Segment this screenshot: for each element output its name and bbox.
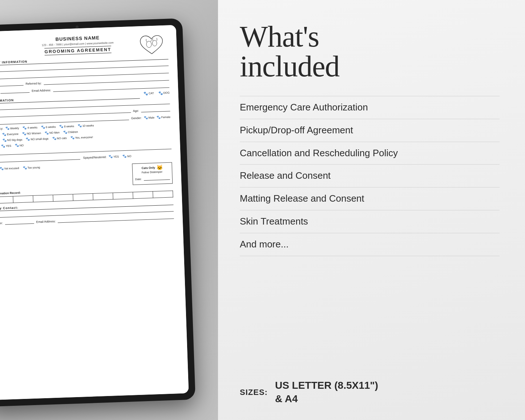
vax-cell [133,191,153,199]
friendly-no-small-dogs: 🐾 NO small dogs [26,137,48,141]
svg-point-0 [146,41,152,48]
cat-label: CAT [149,92,154,95]
freq-10weeks: 🐾 10 weeks [78,124,94,128]
date-line [144,175,170,181]
line-state [0,81,24,87]
label-spayed: Spayed/Neutered: [83,156,107,159]
tablet-frame: BUSINESS NAME 123 - 456 - 7890 | your@em… [0,18,195,407]
cat-option: 🐾 CAT [144,91,154,96]
document-content: BUSINESS NAME 123 - 456 - 7890 | your@em… [0,25,189,400]
label-friendly2: riendly: [0,139,0,142]
friendly-no-big-dogs: 🐾 NO big dogs [3,138,23,142]
line-em-phone [5,219,34,225]
spayed-yes: 🐾 YES [109,155,119,159]
line-age [141,106,170,113]
freq-4weeks: 🐾 4 weeks [23,125,37,129]
form-row-spayed: Spayed/Neutered: 🐾 YES 🐾 NO [83,153,172,159]
line-phone [0,88,29,94]
dog-option: 🐾 DOG [158,91,169,95]
doc-logo [138,33,165,59]
vax-cell [73,194,93,201]
friendly-everyone: 🐾 Everyone [2,132,19,136]
vax-cell [113,192,133,199]
feline-label: Feline Distemper: [135,170,170,174]
friendly3-options: 🐾 YES 🐾 NO [1,144,24,148]
vax-options: 🐾 Vet excused 🐾 Too young [0,165,40,170]
freq-6weeks: 🐾 6 weeks [41,125,56,129]
gender-male-label: Male [149,116,155,120]
friendly-yes-everyone: 🐾 Yes, everyone! [70,135,93,140]
right-panel: What's included Emergency Care Authoriza… [218,0,525,420]
gender-female: 🐾 Female [157,115,170,119]
freq-8weeks: 🐾 8 weeks [59,124,74,128]
sizes-label: SIZES: [240,388,268,397]
doc-header: BUSINESS NAME 123 - 456 - 7890 | your@em… [0,33,168,57]
label-referred: Referred by: [25,82,41,86]
date-label: Date: [135,177,142,181]
doc-title: GROOMING AGREEMENT [44,46,111,55]
friendly-no-cats: 🐾 NO cats [52,136,66,140]
line-em-email [58,214,174,223]
sizes-value-block: US LETTER (8.5X11") & A4 [275,379,378,405]
friendly1-options: 🐾 Everyone 🐾 NO Women 🐾 NO Men 🐾 Childre… [2,130,78,136]
feature-item-1: Emergency Care Authorization [240,96,500,119]
label-gender: Gender: [131,116,142,120]
vax-cell [53,194,73,201]
tablet-screen: BUSINESS NAME 123 - 456 - 7890 | your@em… [0,25,189,400]
vax-cell [13,195,33,203]
feline-date-row: Date: [135,175,170,181]
feature-item-7: And more... [240,233,500,256]
freq-options: 🐾 Weekly 🐾 4 weeks 🐾 6 weeks 🐾 8 weeks 🐾… [5,124,94,130]
features-list: Emergency Care Authorization Pickup/Drop… [240,96,500,368]
spayed-options: 🐾 YES 🐾 NO [109,154,132,158]
feature-item-2: Pickup/Drop-off Agreement [240,119,500,142]
friendly-children: 🐾 Children [63,130,78,134]
main-heading: What's included [240,22,500,81]
cats-only-box: Cats Only 🐱 Feline Distemper: Date: [132,162,173,185]
label-age: Age: [133,109,139,113]
friendly-no: 🐾 NO [15,144,24,148]
dog-label: DOG [163,91,169,95]
label-frequency: requency: [0,127,3,131]
spayed-no: 🐾 NO [122,154,132,158]
friendly-no-women: 🐾 NO Women [22,131,41,136]
line-vet [0,154,80,162]
feature-item-3: Cancellation and Rescheduling Policy [240,142,500,165]
gender-female-label: Female [161,115,170,119]
svg-point-1 [152,40,157,46]
vax-too-young: 🐾 Too young [23,165,40,170]
vax-vet-excused: 🐾 Vet excused [0,166,19,170]
friendly2-options: 🐾 NO big dogs 🐾 NO small dogs 🐾 NO cats … [3,135,93,142]
label-em-email: Email Address: [36,220,56,224]
vax-cell [0,196,13,203]
cats-only-title: Cats Only [141,166,155,170]
feature-item-4: Release and Consent [240,165,500,187]
gender-male: 🐾 Male [144,116,155,120]
friendly-no-men: 🐾 NO Men [45,130,60,134]
vax-cell [33,195,53,202]
freq-weekly: 🐾 Weekly [5,126,19,130]
feature-item-6: Skin Treatments [240,210,500,233]
form-row-vet: ne: [0,154,80,163]
feature-item-5: Matting Release and Consent [240,187,500,210]
vax-cell [93,193,113,200]
friendly-yes: 🐾 YES [1,144,11,148]
sizes-section: SIZES: US LETTER (8.5X11") & A4 [240,379,500,405]
label-em-phone: umber: [0,222,3,225]
sizes-value-1: US LETTER (8.5X11") [275,379,378,392]
vax-cell [153,191,173,198]
sizes-value-2: & A4 [275,392,378,405]
left-panel: BUSINESS NAME 123 - 456 - 7890 | your@em… [0,0,218,420]
heading-section: What's included [240,22,500,96]
label-email: Email Address: [32,89,51,93]
